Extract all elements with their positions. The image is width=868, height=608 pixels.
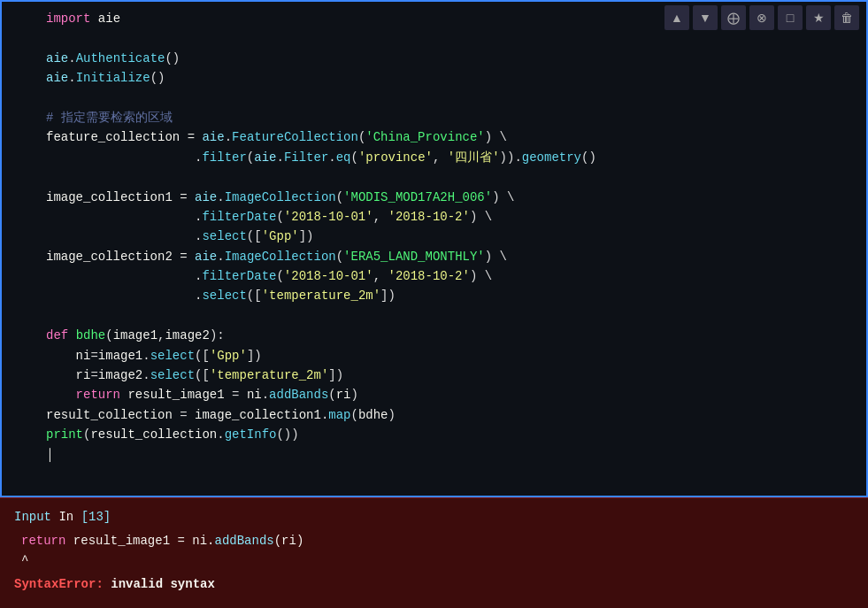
error-header: Input In [13] (14, 507, 854, 527)
code-content[interactable]: import aie aie.Authenticate() aie.Initia… (2, 2, 866, 496)
error-caret: ^ (14, 550, 854, 570)
error-type: SyntaxError: invalid syntax (14, 574, 854, 594)
error-code-line: return result_image1 = ni.addBands(ri) (14, 531, 854, 550)
add-below-button[interactable]: ⨁ (721, 5, 746, 30)
editor-area: ▲ ▼ ⨁ ⊗ □ ★ 🗑 import aie aie.Authenticat… (0, 0, 868, 608)
toolbar: ▲ ▼ ⨁ ⊗ □ ★ 🗑 (657, 2, 866, 34)
error-in-label: In (58, 510, 81, 524)
move-up-button[interactable]: ▲ (664, 5, 689, 30)
error-cell: Input In [13] return result_image1 = ni.… (0, 497, 868, 608)
move-down-button[interactable]: ▼ (693, 5, 718, 30)
copy-button[interactable]: □ (778, 5, 803, 30)
trash-button[interactable]: 🗑 (834, 5, 859, 30)
error-num-label: [13] (81, 510, 111, 524)
favorite-button[interactable]: ★ (806, 5, 831, 30)
error-input-label: Input (14, 510, 51, 524)
delete-button[interactable]: ⊗ (749, 5, 774, 30)
code-cell: ▲ ▼ ⨁ ⊗ □ ★ 🗑 import aie aie.Authenticat… (0, 0, 868, 497)
